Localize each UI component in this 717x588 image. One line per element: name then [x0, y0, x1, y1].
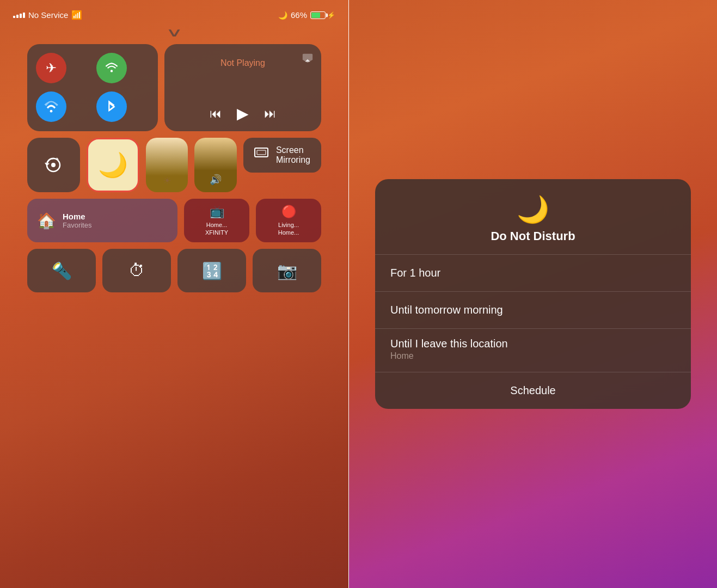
wifi-status-icon: 📶	[71, 10, 82, 20]
app-label-1: Home... XFINITY	[205, 221, 228, 237]
screen-mirroring-label: Screen Mirroring	[276, 145, 310, 165]
right-panel: 🌙 Do Not Disturb For 1 hour Until tomorr…	[349, 0, 717, 588]
status-left: No Service 📶	[13, 10, 82, 20]
status-right: 🌙 66% ⚡	[278, 10, 335, 20]
home-favorites-button[interactable]: 🏠 Home Favorites	[27, 199, 177, 242]
no-service-label: No Service	[28, 10, 68, 20]
location-sublabel: Home	[390, 351, 676, 361]
cellular-button[interactable]	[96, 53, 127, 83]
camera-icon: 📷	[277, 261, 297, 280]
left-panel: No Service 📶 🌙 66% ⚡ ∨ ✈	[0, 0, 348, 588]
brightness-slider[interactable]: ☀	[146, 138, 188, 192]
charging-icon: ⚡	[327, 11, 335, 19]
dnd-moon-icon: 🌙	[98, 151, 128, 179]
screen-mirroring-button[interactable]: Screen Mirroring	[243, 138, 321, 173]
battery-percent: 66%	[291, 10, 307, 20]
play-button[interactable]: ▶	[237, 105, 249, 122]
camera-button[interactable]: 📷	[253, 249, 321, 292]
home-title: Home	[63, 212, 91, 221]
appletv-icon: 📺	[210, 205, 224, 219]
dnd-schedule-button[interactable]: Schedule	[375, 372, 691, 409]
calculator-icon: 🔢	[202, 261, 222, 280]
fast-forward-button[interactable]: ⏭	[264, 107, 276, 121]
home-row: 🏠 Home Favorites 📺 Home... XFINITY 🔴 Liv…	[27, 199, 321, 242]
home-icon: 🏠	[37, 212, 56, 230]
screen-mirror-icon	[254, 148, 268, 163]
cc-content: ✈	[27, 44, 321, 292]
svg-rect-5	[257, 150, 266, 155]
dnd-option-location[interactable]: Until I leave this location Home	[375, 329, 691, 372]
svg-point-1	[50, 110, 53, 113]
volume-slider[interactable]: 🔊	[194, 138, 236, 192]
media-controls: ⏮ ▶ ⏭	[173, 105, 312, 122]
dnd-header: 🌙 Do Not Disturb	[375, 179, 691, 254]
for-1-hour-label: For 1 hour	[390, 267, 440, 279]
dnd-option-tomorrow[interactable]: Until tomorrow morning	[375, 292, 691, 328]
second-row: 🌙 ☀ 🔊 Screen Mirroring	[27, 138, 321, 192]
battery-icon	[310, 11, 326, 19]
dnd-popup-title: Do Not Disturb	[491, 229, 575, 243]
flashlight-button[interactable]: 🔦	[27, 249, 96, 292]
rewind-button[interactable]: ⏮	[210, 107, 222, 121]
wifi-button[interactable]	[36, 91, 66, 122]
home-text: Home Favorites	[63, 212, 91, 229]
calculator-button[interactable]: 🔢	[177, 249, 246, 292]
moon-icon: 🌙	[278, 11, 287, 20]
top-row: ✈	[27, 44, 321, 131]
volume-icon: 🔊	[210, 174, 222, 186]
flashlight-icon: 🔦	[52, 261, 72, 280]
media-player: Not Playing ⏮ ▶ ⏭	[164, 44, 321, 131]
svg-point-3	[51, 163, 56, 167]
status-bar: No Service 📶 🌙 66% ⚡	[0, 0, 348, 26]
living-icon: 🔴	[281, 205, 296, 219]
airplay-icon[interactable]	[302, 52, 314, 66]
app-label-2: Living... Home...	[278, 221, 299, 237]
until-tomorrow-label: Until tomorrow morning	[390, 304, 503, 316]
until-leave-label: Until I leave this location	[390, 338, 676, 350]
airplane-mode-button[interactable]: ✈	[36, 53, 66, 83]
notch-chevron: ∨	[166, 26, 183, 40]
notch-area: ∨	[0, 26, 348, 40]
tools-row: 🔦 ⏱ 🔢 📷	[27, 249, 321, 292]
dnd-popup-moon-icon: 🌙	[517, 194, 549, 225]
dnd-option-1-hour[interactable]: For 1 hour	[375, 255, 691, 291]
dnd-popup: 🌙 Do Not Disturb For 1 hour Until tomorr…	[375, 179, 691, 409]
timer-icon: ⏱	[128, 261, 145, 280]
battery-container: ⚡	[310, 11, 335, 19]
svg-point-0	[111, 70, 113, 72]
signal-dots	[13, 13, 25, 18]
schedule-label: Schedule	[510, 384, 555, 396]
battery-fill	[311, 13, 320, 18]
bluetooth-button[interactable]	[96, 91, 127, 122]
timer-button[interactable]: ⏱	[102, 249, 171, 292]
app-button-2[interactable]: 🔴 Living... Home...	[256, 199, 321, 242]
home-subtitle: Favorites	[63, 221, 91, 229]
orientation-lock-button[interactable]	[27, 138, 80, 192]
do-not-disturb-button[interactable]: 🌙	[87, 138, 139, 192]
app-button-1[interactable]: 📺 Home... XFINITY	[184, 199, 249, 242]
connectivity-box: ✈	[27, 44, 158, 131]
media-not-playing-label: Not Playing	[173, 58, 312, 68]
